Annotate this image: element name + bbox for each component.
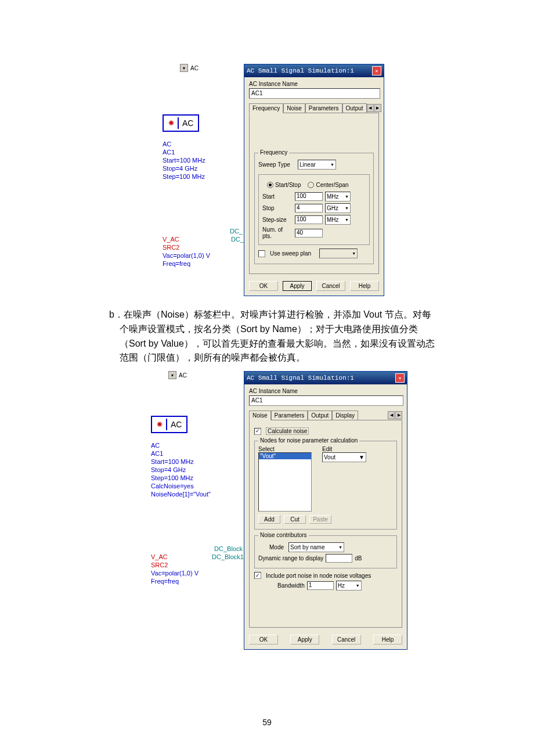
apply-button[interactable]: Apply <box>283 281 312 291</box>
paragraph-text: 在噪声（Noise）标签栏中。对噪声计算进行检验，并添加 Vout 节点。对每个… <box>120 309 435 362</box>
ac-simulation-block[interactable]: ✺ AC <box>163 114 199 132</box>
tab-scroll-left-icon[interactable]: ◀ <box>367 104 374 112</box>
dialog-title: AC Small Signal Simulation:1 <box>247 67 354 74</box>
dc-block-label: DC_Block1 <box>212 553 244 561</box>
src-label: SRC2 <box>163 243 244 251</box>
start-unit-select[interactable]: MHz▼ <box>325 192 351 201</box>
sch-text: CalcNoise=yes <box>151 482 244 490</box>
sch-text: Stop=4 GHz <box>151 466 244 474</box>
instance-name-label: AC Instance Name <box>249 81 379 87</box>
apply-button[interactable]: Apply <box>290 635 319 645</box>
sweep-plan-select[interactable]: ▼ <box>319 249 358 258</box>
tab-output[interactable]: Output <box>342 103 367 113</box>
bandwidth-unit-select[interactable]: Hz▼ <box>336 581 362 591</box>
sch-text: Start=100 MHz <box>151 458 244 466</box>
sch-text: Step=100 MHz <box>151 474 244 482</box>
chevron-down-icon: ▼ <box>359 454 365 460</box>
numpts-input[interactable]: 40 <box>295 229 323 237</box>
vac-eq: Vac=polar(1,0) V <box>163 251 244 260</box>
cut-button[interactable]: Cut <box>284 515 306 524</box>
list-prefix: b． <box>109 309 124 319</box>
ac-sim-dialog-1: AC Small Signal Simulation:1 ✕ AC Instan… <box>244 64 384 296</box>
nodes-listbox[interactable]: "Vout" <box>258 452 312 512</box>
noise-contributors-group: Noise contributors Mode Sort by name▼ Dy… <box>254 535 397 568</box>
stop-label: Stop <box>262 205 293 211</box>
close-icon[interactable]: ✕ <box>372 66 381 75</box>
dialog-title: AC Small Signal Simulation:1 <box>247 375 354 381</box>
frequency-group: Frequency Sweep Type Linear▼ Start/Stop <box>254 153 374 264</box>
sch-text: AC1 <box>163 148 244 156</box>
ac-sim-dialog-2: AC Small Signal Simulation:1 ✕ AC Instan… <box>244 371 407 650</box>
instance-name-label: AC Instance Name <box>249 388 402 394</box>
sch-text: AC <box>151 441 244 449</box>
radio-center-span[interactable]: Center/Span <box>308 182 348 188</box>
tab-scroll-right-icon[interactable]: ▶ <box>374 104 381 112</box>
help-button[interactable]: Help <box>350 281 379 291</box>
mode-label: Mode <box>258 544 284 550</box>
step-input[interactable]: 100 <box>295 215 323 224</box>
select-label: Select <box>258 446 312 452</box>
tab-noise[interactable]: Noise <box>283 103 305 113</box>
start-input[interactable]: 100 <box>295 192 323 201</box>
dropdown-icon[interactable]: ▼ <box>180 64 188 72</box>
sch-text: Stop=4 GHz <box>163 164 244 172</box>
bandwidth-input[interactable]: 1 <box>307 581 334 590</box>
freq-eq: Freq=freq <box>163 260 244 268</box>
step-label: Step-size <box>262 217 293 223</box>
dialog-titlebar: AC Small Signal Simulation:1 ✕ <box>244 372 407 384</box>
dc-block-label: DC_ <box>163 227 244 235</box>
use-sweep-plan-checkbox[interactable] <box>258 250 265 257</box>
tab-parameters[interactable]: Parameters <box>305 103 342 113</box>
sim-gear-icon: ✺ <box>165 117 178 129</box>
radio-start-stop[interactable]: Start/Stop <box>267 182 301 188</box>
edit-node-select[interactable]: Vout▼ <box>322 452 366 462</box>
tab-noise[interactable]: Noise <box>249 411 271 420</box>
dropdown-icon[interactable]: ▼ <box>168 371 176 379</box>
instance-name-input[interactable]: AC1 <box>249 88 380 99</box>
step-unit-select[interactable]: MHz▼ <box>325 215 351 225</box>
tab-scroll-left-icon[interactable]: ◀ <box>388 411 395 419</box>
tab-parameters[interactable]: Parameters <box>271 411 308 420</box>
tab-output[interactable]: Output <box>308 411 332 420</box>
page-number: 59 <box>0 718 534 727</box>
ac-simulation-block[interactable]: ✺ AC <box>151 416 187 433</box>
sim-gear-icon: ✺ <box>153 418 166 431</box>
stop-input[interactable]: 4 <box>295 204 323 213</box>
paste-button[interactable]: Paste <box>309 515 331 524</box>
mode-select[interactable]: Sort by name▼ <box>288 542 344 552</box>
vac-label: V_AC <box>163 235 179 243</box>
sweep-type-select[interactable]: Linear▼ <box>298 160 336 170</box>
stop-unit-select[interactable]: GHz▼ <box>325 203 351 213</box>
schematic-2: ▼ AC ✺ AC AC AC1 Start=100 MHz Stop=4 GH… <box>151 371 244 638</box>
ok-button[interactable]: OK <box>249 635 278 645</box>
tab-display[interactable]: Display <box>332 411 358 420</box>
db-unit-label: dB <box>355 555 362 561</box>
ok-button[interactable]: OK <box>249 281 278 291</box>
cancel-button[interactable]: Cancel <box>316 281 345 291</box>
calculate-noise-label: Calculate noise <box>266 427 309 435</box>
dynamic-range-label: Dynamic range to display <box>258 555 323 561</box>
dc-block-label: DC_ <box>231 235 244 243</box>
tab-frequency[interactable]: Frequency <box>249 103 283 113</box>
close-icon[interactable]: ✕ <box>395 373 405 383</box>
src-label: SRC2 <box>151 561 244 569</box>
cancel-button[interactable]: Cancel <box>332 635 361 645</box>
instance-name-input[interactable]: AC1 <box>249 395 403 406</box>
list-item[interactable]: "Vout" <box>259 453 311 459</box>
schematic-1: ▼ AC ✺ AC AC AC1 Start=100 MHz Stop=4 GH… <box>163 64 244 296</box>
edit-label: Edit <box>322 446 366 452</box>
figure-2: ▼ AC ✺ AC AC AC1 Start=100 MHz Stop=4 GH… <box>151 371 406 650</box>
vac-eq: Vac=polar(1,0) V <box>151 569 244 577</box>
add-button[interactable]: Add <box>258 515 280 524</box>
use-sweep-plan-label: Use sweep plan <box>270 250 311 257</box>
include-port-noise-checkbox[interactable] <box>254 572 261 579</box>
group-title: Frequency <box>258 149 289 156</box>
sch-text: NoiseNode[1]="Vout" <box>151 490 244 498</box>
calculate-noise-checkbox[interactable] <box>254 428 261 435</box>
dynamic-range-input[interactable] <box>326 554 352 563</box>
tab-scroll-right-icon[interactable]: ▶ <box>395 411 402 419</box>
numpts-label: Num. of pts. <box>262 226 293 239</box>
sch-text: AC <box>163 140 244 148</box>
help-button[interactable]: Help <box>373 635 402 645</box>
dc-block-label: DC_Block <box>151 545 244 553</box>
